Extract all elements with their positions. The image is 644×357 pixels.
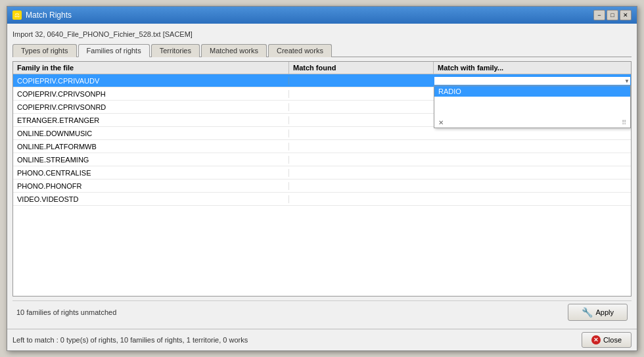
dropdown-option-tv-hertzienne[interactable]: TV HERTZIENNE [434,107,630,118]
restore-button[interactable]: □ [607,10,618,20]
dropdown-input-0[interactable] [434,76,631,85]
close-window-button[interactable]: ✕ [620,10,632,20]
match-rights-window: ⚖ Match Rights − □ ✕ Import 32, 0640_Fil… [7,6,637,351]
table-row[interactable]: COPIEPRIV.CPRIVAUDV ▼ RADIO TV CABLE TV … [13,74,631,87]
table-row[interactable]: PHONO.CENTRALISE [13,166,631,179]
table-row[interactable]: PHONO.PHONOFR [13,179,631,193]
bottom-text: Left to match : 0 type(s) of rights, 10 … [12,336,248,344]
import-label: Import 32, 0640_File_PHONO_Fichier_528.t… [12,29,632,39]
title-bar: ⚖ Match Rights − □ ✕ [7,7,637,24]
col-header-match: Match found [289,62,434,74]
minimize-button[interactable]: − [593,10,605,20]
cell-family-0: COPIEPRIV.CPRIVAUDV [13,77,289,85]
apply-icon: 🔧 [582,307,593,318]
cell-family-4: ONLINE.DOWNMUSIC [13,130,289,137]
table-row[interactable]: VIDEO.VIDEOSTD [13,193,631,206]
dropdown-list-0: RADIO TV CABLE TV HERTZIENNE ✕ ⠿ [434,85,631,128]
window-icon: ⚖ [12,11,22,20]
table-body: COPIEPRIV.CPRIVAUDV ▼ RADIO TV CABLE TV … [13,74,631,296]
cell-family-9: VIDEO.VIDEOSTD [13,195,289,203]
cell-family-7: PHONO.CENTRALISE [13,169,289,177]
cell-family-8: PHONO.PHONOFR [13,182,289,190]
dropdown-option-close[interactable]: ✕ ⠿ [434,118,630,128]
cell-family-3: ETRANGER.ETRANGER [13,116,289,124]
window-controls: − □ ✕ [593,10,632,20]
tab-bar: Types of rights Families of rights Terri… [12,43,632,57]
col-header-match-family: Match with family... [434,62,631,74]
drag-handle-icon: ⠿ [622,119,626,126]
cell-family-5: ONLINE.PLATFORMWB [13,143,289,151]
tab-types-of-rights[interactable]: Types of rights [12,44,77,57]
apply-button[interactable]: 🔧 Apply [568,304,628,321]
cell-match-family-0[interactable]: ▼ RADIO TV CABLE TV HERTZIENNE ✕ ⠿ [434,76,631,85]
table-row[interactable]: ONLINE.DOWNMUSIC [13,127,631,140]
col-header-family: Family in the file [13,62,289,74]
close-x-icon: ✕ [438,119,444,126]
cell-family-1: COPIEPRIV.CPRIVSONPH [13,90,289,98]
cell-family-2: COPIEPRIV.CPRIVSONRD [13,103,289,111]
close-button[interactable]: ✕ Close [582,332,632,348]
window-title: Match Rights [26,11,72,20]
table-header: Family in the file Match found Match wit… [13,62,631,74]
cell-family-6: ONLINE.STREAMING [13,156,289,164]
status-bar: 10 families of rights unmatched 🔧 Apply [12,300,632,323]
dropdown-container-0[interactable]: ▼ RADIO TV CABLE TV HERTZIENNE ✕ ⠿ [434,76,631,85]
status-text: 10 families of rights unmatched [16,308,116,316]
dropdown-option-tv-cable[interactable]: TV CABLE [434,97,630,107]
dropdown-option-radio[interactable]: RADIO [434,86,630,97]
tab-territories[interactable]: Territories [151,44,200,57]
window-body: Import 32, 0640_File_PHONO_Fichier_528.t… [7,24,637,329]
table-row[interactable]: ONLINE.STREAMING [13,153,631,166]
bottom-bar: Left to match : 0 type(s) of rights, 10 … [7,329,637,350]
tab-created-works[interactable]: Created works [268,44,332,57]
tab-matched-works[interactable]: Matched works [201,44,267,57]
table-row[interactable]: ONLINE.PLATFORMWB [13,140,631,153]
tab-families-of-rights[interactable]: Families of rights [78,44,150,57]
content-area: Family in the file Match found Match wit… [12,61,632,297]
close-circle-icon: ✕ [591,335,601,345]
